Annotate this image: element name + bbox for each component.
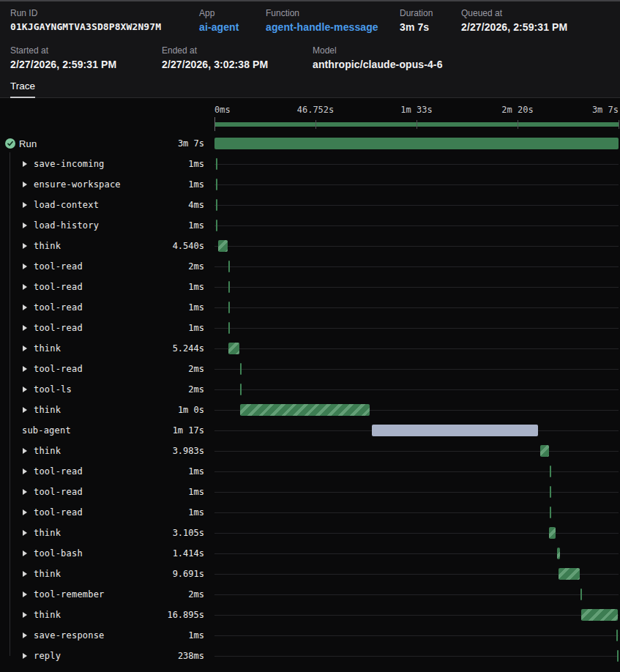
expander-chevron-icon[interactable] — [23, 366, 27, 372]
span-bar[interactable] — [240, 363, 242, 375]
row-gridline — [214, 348, 619, 349]
span-row[interactable]: tool-read 2ms — [0, 359, 620, 379]
span-duration: 5.244s — [173, 343, 204, 354]
expander-chevron-icon[interactable] — [23, 632, 27, 638]
tab-trace[interactable]: Trace — [10, 81, 35, 98]
span-row[interactable]: think 5.244s — [0, 338, 620, 359]
span-row[interactable]: tool-read 1ms — [0, 502, 620, 523]
expander-chevron-icon[interactable] — [23, 653, 27, 659]
expander-chevron-icon[interactable] — [23, 182, 27, 187]
expander-chevron-icon[interactable] — [23, 264, 27, 269]
span-bar[interactable] — [218, 240, 228, 252]
expander-chevron-icon[interactable] — [23, 591, 27, 597]
span-timeline-track — [214, 318, 619, 338]
time-axis-tick-label: 46.752s — [297, 105, 335, 115]
span-bar[interactable] — [550, 486, 551, 498]
expander-chevron-icon[interactable] — [23, 571, 27, 577]
expander-chevron-icon[interactable] — [23, 284, 27, 290]
span-name: think — [34, 241, 61, 251]
expander-chevron-icon[interactable] — [23, 161, 27, 167]
field-value[interactable]: agent-handle-message — [266, 21, 400, 33]
span-row[interactable]: load-context 4ms — [0, 195, 620, 215]
span-timeline-track — [214, 646, 619, 666]
span-row-label-cell: tool-read 1ms — [0, 297, 214, 318]
span-timeline-track — [214, 174, 619, 195]
row-gridline — [214, 451, 619, 452]
span-bar[interactable] — [559, 568, 580, 580]
expander-chevron-icon[interactable] — [23, 489, 27, 495]
span-bar[interactable] — [240, 384, 242, 395]
span-row[interactable]: think 1m 0s — [0, 400, 620, 420]
span-bar[interactable] — [240, 404, 370, 416]
span-bar[interactable] — [214, 138, 619, 149]
span-bar[interactable] — [228, 343, 239, 354]
span-bar[interactable] — [580, 589, 582, 600]
span-bar[interactable] — [550, 466, 551, 477]
row-gridline — [214, 574, 619, 575]
span-bar[interactable] — [216, 158, 217, 170]
expander-chevron-icon[interactable] — [23, 325, 27, 331]
span-bar[interactable] — [550, 507, 551, 518]
span-row[interactable]: ensure-workspace 1ms — [0, 174, 620, 195]
span-bar[interactable] — [549, 527, 556, 539]
span-bar[interactable] — [228, 281, 230, 293]
span-row[interactable]: think 3.105s — [0, 523, 620, 543]
span-row[interactable]: tool-read 2ms — [0, 256, 620, 277]
span-row[interactable]: tool-read 1ms — [0, 297, 620, 318]
span-bar[interactable] — [557, 548, 560, 559]
span-row[interactable]: think 9.691s — [0, 564, 620, 584]
expander-chevron-icon[interactable] — [23, 223, 27, 228]
span-row[interactable]: tool-remember 2ms — [0, 584, 620, 605]
row-gridline — [214, 328, 619, 329]
span-bar[interactable] — [616, 630, 618, 641]
expander-chevron-icon[interactable] — [23, 468, 27, 474]
span-row[interactable]: reply 238ms — [0, 646, 620, 666]
field-value[interactable]: ai-agent — [199, 21, 266, 33]
time-axis: 0ms 46.752s 1m 33s 2m 20s 3m 7s — [214, 105, 619, 115]
span-row[interactable]: load-history 1ms — [0, 215, 620, 236]
span-timeline-track — [214, 605, 619, 625]
expander-chevron-icon[interactable] — [23, 407, 27, 413]
span-row[interactable]: tool-bash 1.414s — [0, 543, 620, 564]
span-bar[interactable] — [228, 302, 230, 313]
span-bar[interactable] — [228, 322, 230, 334]
row-gridline — [214, 266, 619, 267]
span-bar[interactable] — [372, 425, 538, 436]
span-duration: 238ms — [178, 651, 204, 661]
span-row[interactable]: think 4.540s — [0, 236, 620, 256]
header-meta-row-1: Run ID 01KJGAYNGMTVA3SD8P8XW2N97M App ai… — [0, 1, 620, 33]
span-bar[interactable] — [216, 199, 217, 211]
span-bar[interactable] — [540, 445, 549, 457]
minimap-tick-mark — [214, 117, 215, 131]
span-bar[interactable] — [228, 261, 230, 272]
span-bar[interactable] — [581, 609, 618, 621]
span-row[interactable]: tool-read 1ms — [0, 318, 620, 338]
span-row[interactable]: tool-read 1ms — [0, 461, 620, 482]
span-row[interactable]: tool-ls 2ms — [0, 379, 620, 400]
expander-chevron-icon[interactable] — [23, 346, 27, 351]
span-name: save-incoming — [34, 159, 105, 169]
expander-chevron-icon[interactable] — [23, 305, 27, 310]
expander-chevron-icon[interactable] — [23, 387, 27, 392]
expander-chevron-icon[interactable] — [23, 202, 27, 208]
timeline-minimap-bar[interactable] — [214, 122, 619, 127]
span-row-label-cell: think 3.105s — [0, 523, 214, 543]
span-row[interactable]: save-response 1ms — [0, 625, 620, 646]
expander-chevron-icon[interactable] — [23, 530, 27, 536]
span-row[interactable]: think 16.895s — [0, 605, 620, 625]
trace-waterfall: 0ms 46.752s 1m 33s 2m 20s 3m 7s — [0, 98, 620, 672]
span-row[interactable]: think 3.983s — [0, 441, 620, 461]
expander-chevron-icon[interactable] — [23, 550, 27, 556]
expander-chevron-icon[interactable] — [23, 612, 27, 618]
expander-chevron-icon[interactable] — [23, 509, 27, 515]
expander-chevron-icon[interactable] — [23, 243, 27, 249]
span-row[interactable]: Run 3m 7s — [0, 133, 620, 154]
span-bar[interactable] — [216, 179, 217, 190]
span-row[interactable]: save-incoming 1ms — [0, 154, 620, 174]
expander-chevron-icon[interactable] — [23, 448, 27, 454]
span-row[interactable]: tool-read 1ms — [0, 482, 620, 502]
span-bar[interactable] — [617, 650, 619, 662]
span-row[interactable]: sub-agent 1m 17s — [0, 420, 620, 441]
span-row[interactable]: tool-read 1ms — [0, 277, 620, 297]
span-bar[interactable] — [216, 220, 217, 231]
